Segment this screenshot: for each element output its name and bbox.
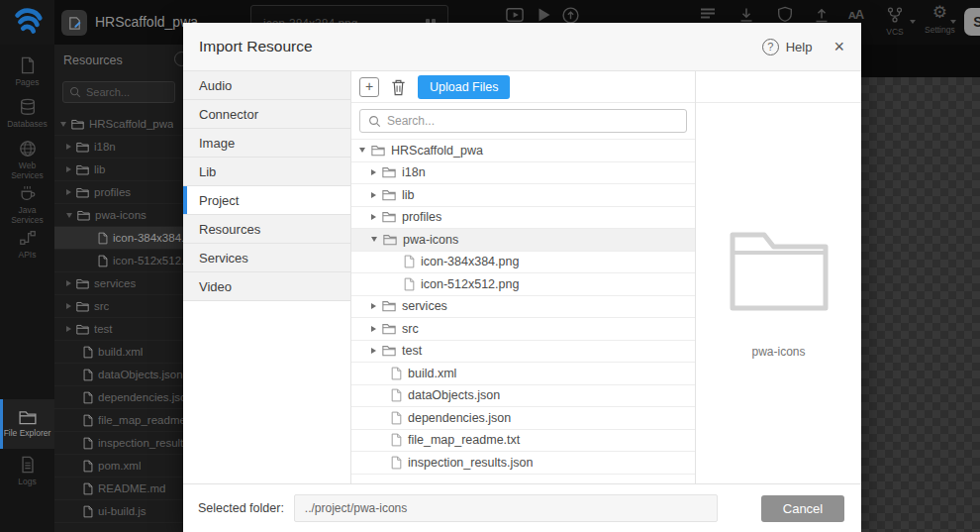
selected-folder-input[interactable]	[294, 494, 718, 522]
sidebar-item-file-explorer[interactable]: File Explorer	[0, 399, 54, 449]
tree-row[interactable]: build.xml	[54, 341, 183, 364]
tree-row[interactable]: dataObjects.json	[351, 385, 695, 408]
git-branch-icon	[886, 6, 904, 24]
search-icon	[69, 86, 81, 98]
project-icon[interactable]	[61, 10, 87, 36]
folder-icon	[77, 210, 90, 221]
chevron-right-icon	[66, 326, 71, 332]
sidebar-item-logs[interactable]: Logs	[0, 456, 54, 486]
file-icon	[83, 482, 93, 495]
panel-title: Resources	[63, 53, 123, 67]
file-icon	[391, 456, 402, 470]
export-button[interactable]	[813, 6, 831, 24]
tree-row[interactable]: icon-512x512.png	[351, 273, 695, 296]
upload-icon	[813, 6, 831, 24]
nav-item-audio[interactable]: Audio	[183, 71, 350, 100]
help-button[interactable]: ? Help	[762, 39, 813, 55]
tree-row[interactable]: ui-build.js	[54, 500, 183, 523]
tree-row[interactable]: file_map_readme.txt	[351, 430, 695, 453]
left-sidebar: Pages Databases Web Services Java Servic…	[0, 45, 54, 532]
big-folder-icon	[728, 230, 831, 313]
vcs-menu[interactable]: VCS	[886, 6, 904, 37]
translate-icon: ᴀA	[848, 6, 863, 24]
security-button[interactable]	[776, 6, 794, 24]
folder-icon	[76, 164, 89, 175]
tree-row[interactable]: profiles	[54, 181, 183, 204]
nav-item-video[interactable]: Video	[183, 272, 350, 301]
video-button[interactable]	[506, 6, 525, 24]
nav-item-connector[interactable]: Connector	[183, 100, 350, 129]
sidebar-item-web-services[interactable]: Web Services	[0, 140, 54, 180]
tree-row-selected[interactable]: pwa-icons	[351, 229, 695, 252]
cancel-button[interactable]: Cancel	[761, 495, 844, 522]
import-button[interactable]	[737, 6, 755, 24]
chevron-right-icon	[66, 280, 71, 286]
page-pencil-icon	[67, 16, 82, 31]
nav-item-resources[interactable]: Resources	[183, 215, 350, 244]
resources-panel: Resources Search... HRScaffold_pwa i18n …	[54, 45, 183, 532]
sidebar-item-apis[interactable]: APIs	[0, 229, 54, 260]
tree-row[interactable]: inspection_results.json	[351, 452, 695, 475]
sidebar-item-pages[interactable]: Pages	[0, 56, 54, 87]
avatar[interactable]: S	[964, 8, 980, 36]
tree-row[interactable]: icon-384x384.png	[351, 252, 695, 274]
api-nodes-icon	[19, 229, 37, 247]
tree-row[interactable]: src	[351, 318, 695, 341]
file-icon	[83, 460, 93, 473]
tree-row[interactable]: services	[54, 272, 183, 295]
tree-row[interactable]: HRScaffold_pwa	[351, 140, 695, 162]
tree-row[interactable]: inspection_results.json	[54, 432, 183, 455]
sidebar-item-label: Java Services	[2, 205, 53, 225]
dialog-body: Audio Connector Image Lib Project Resour…	[183, 71, 861, 483]
tree-row[interactable]: src	[54, 295, 183, 318]
nav-item-services[interactable]: Services	[183, 244, 350, 272]
nav-item-lib[interactable]: Lib	[183, 158, 350, 186]
tree-row[interactable]: i18n	[351, 162, 695, 185]
app-window: HRScaffold_pwa icon-384x384.png ᴀA N	[0, 0, 980, 532]
delete-button[interactable]	[390, 78, 407, 96]
tree-row[interactable]: pom.xml	[54, 455, 183, 478]
file-icon	[83, 391, 93, 404]
tree-row[interactable]: dependencies.json	[54, 386, 183, 409]
sidebar-item-databases[interactable]: Databases	[0, 98, 54, 129]
tree-row[interactable]: build.xml	[351, 363, 695, 385]
tree-row[interactable]: HRScaffold_pwa	[54, 113, 183, 136]
folder-icon	[76, 278, 89, 289]
folder-icon	[382, 211, 396, 223]
run-button[interactable]	[535, 6, 552, 24]
app-logo[interactable]	[0, 0, 54, 45]
tree-row[interactable]: icon-512x512.png	[54, 250, 183, 272]
tree-row[interactable]: dataObjects.json	[54, 364, 183, 386]
dialog-footer: Selected folder: Cancel	[183, 483, 861, 532]
coffee-cup-icon	[19, 184, 37, 202]
tree-row[interactable]: services	[351, 296, 695, 319]
folder-icon	[76, 301, 89, 312]
list-view-button[interactable]	[699, 6, 717, 22]
tree-row[interactable]: README.md	[54, 478, 183, 500]
close-icon[interactable]: ×	[833, 38, 844, 55]
vcs-label: VCS	[886, 27, 903, 37]
tree-row[interactable]: test	[351, 341, 695, 364]
tree-row[interactable]: file_map_readme.txt	[54, 409, 183, 432]
upload-files-button[interactable]: Upload Files	[418, 75, 510, 99]
category-nav: Audio Connector Image Lib Project Resour…	[183, 71, 351, 483]
file-icon	[391, 433, 402, 447]
tree-row[interactable]: lib	[54, 159, 183, 181]
nav-item-image[interactable]: Image	[183, 129, 350, 158]
tree-row[interactable]: dependencies.json	[351, 407, 695, 430]
plus-icon: +	[365, 78, 373, 94]
tree-row[interactable]: test	[54, 318, 183, 341]
tree-row-selected[interactable]: icon-384x384.png	[54, 227, 183, 250]
resources-search-input[interactable]: Search...	[62, 81, 175, 103]
sidebar-item-java-services[interactable]: Java Services	[0, 184, 54, 225]
tree-row[interactable]: profiles	[351, 207, 695, 230]
dialog-header: Import Resource ? Help ×	[183, 23, 861, 71]
dialog-search-input[interactable]: Search...	[359, 109, 687, 133]
list-icon	[699, 6, 717, 22]
tree-row[interactable]: lib	[351, 184, 695, 207]
nav-item-project[interactable]: Project	[183, 186, 350, 215]
add-folder-button[interactable]: +	[359, 77, 379, 97]
tree-row[interactable]: i18n	[54, 136, 183, 159]
tree-row[interactable]: pwa-icons	[54, 204, 183, 227]
selection-preview: pwa-icons	[696, 71, 861, 483]
